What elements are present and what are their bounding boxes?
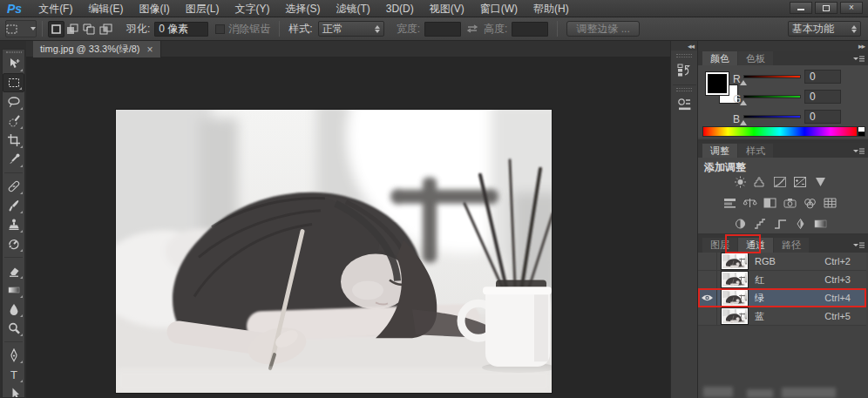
panel-menu-icon[interactable] [852,147,865,155]
tab-styles[interactable]: 样式 [738,144,773,159]
visibility-toggle[interactable] [698,253,717,271]
selective-color-icon[interactable] [791,217,809,230]
width-input[interactable] [424,22,461,37]
intersect-selection-mode-button[interactable] [98,21,114,37]
minimize-button[interactable] [790,2,812,14]
brightness-contrast-icon[interactable] [731,175,749,188]
menu-view[interactable]: 视图(V) [422,0,472,17]
black-and-white-icon[interactable] [761,196,778,209]
color-spectrum-ramp[interactable] [702,126,858,137]
eraser-tool[interactable] [3,261,24,280]
document-tab[interactable]: timg.jpg @ 33.3%(绿/8) × [33,41,161,57]
panel-grip[interactable] [676,88,692,91]
quick-selection-tool[interactable] [3,111,24,131]
invert-icon[interactable] [731,217,749,230]
levels-icon[interactable] [751,175,769,188]
visibility-toggle[interactable] [698,289,717,307]
posterize-icon[interactable] [751,217,769,230]
threshold-icon[interactable] [771,217,789,230]
channel-row-rgb[interactable]: RGB Ctrl+2 [698,253,866,271]
menu-3d[interactable]: 3D(D) [378,0,422,17]
tab-close-icon[interactable]: × [147,44,153,56]
curves-icon[interactable] [771,175,789,188]
visibility-toggle[interactable] [698,307,717,326]
new-selection-mode-button[interactable] [48,21,64,37]
tab-swatches[interactable]: 色板 [738,51,773,66]
hue-saturation-icon[interactable] [721,196,738,209]
exposure-icon[interactable] [791,175,809,188]
height-input[interactable] [512,22,548,37]
horizontal-type-tool[interactable]: T [3,365,24,384]
tab-adjustments[interactable]: 调整 [702,144,737,159]
channel-row-red[interactable]: 红 Ctrl+3 [698,271,866,289]
panel-menu-icon[interactable] [852,55,865,63]
menu-help[interactable]: 帮助(H) [526,0,577,17]
tool-preset-picker[interactable] [5,20,37,37]
tab-channels[interactable]: 通道 [738,238,773,253]
red-slider-track[interactable] [743,75,801,78]
photo-filter-icon[interactable] [781,196,798,209]
dodge-tool[interactable] [3,319,24,338]
tab-color[interactable]: 颜色 [702,51,737,66]
feather-input[interactable]: 0 像素 [154,22,208,37]
green-slider-track[interactable] [743,95,801,98]
canvas-pasteboard[interactable] [26,57,670,398]
lasso-tool[interactable] [3,92,24,111]
menu-window[interactable]: 窗口(W) [472,0,526,17]
eyedropper-tool[interactable] [3,150,24,169]
visibility-toggle[interactable] [698,271,717,289]
history-brush-tool[interactable] [3,234,24,253]
brush-tool[interactable] [3,196,24,215]
history-panel-button[interactable] [673,59,695,82]
color-balance-icon[interactable] [741,196,758,209]
red-slider-handle[interactable] [740,80,747,85]
menu-image[interactable]: 图像(I) [131,0,177,17]
expand-dock-button[interactable]: ◂◂ [671,41,697,51]
panel-menu-icon[interactable] [852,241,865,249]
tab-layers[interactable]: 图层 [702,238,737,253]
gradient-tool[interactable] [3,280,24,300]
rectangular-marquee-tool[interactable] [3,73,24,92]
antialias-checkbox[interactable] [215,24,225,34]
red-value-input[interactable]: 0 [804,70,841,84]
workspace-switcher[interactable]: 基本功能 [788,21,861,37]
vibrance-icon[interactable] [811,175,829,188]
menu-layer[interactable]: 图层(L) [178,0,227,17]
document-image[interactable] [116,110,552,393]
add-selection-mode-button[interactable] [64,21,81,37]
channel-mixer-icon[interactable] [801,196,818,209]
menu-edit[interactable]: 编辑(E) [80,0,131,17]
refine-edge-button[interactable]: 调整边缘 ... [566,21,639,37]
swap-dimensions-icon[interactable] [466,24,478,34]
green-slider-handle[interactable] [740,100,747,105]
clone-stamp-tool[interactable] [3,215,24,234]
color-lookup-icon[interactable] [821,196,838,209]
pen-tool[interactable] [3,346,24,365]
panel-grip[interactable] [676,54,692,57]
green-value-input[interactable]: 0 [804,90,841,104]
collapse-dock-button[interactable]: ▸▸ [698,41,868,51]
subtract-selection-mode-button[interactable] [81,21,98,37]
spot-healing-brush-tool[interactable] [3,177,24,196]
crop-tool[interactable] [3,131,24,150]
maximize-button[interactable] [815,2,837,14]
path-selection-tool[interactable] [3,384,24,398]
menu-type[interactable]: 文字(Y) [227,0,277,17]
tab-paths[interactable]: 路径 [774,238,809,253]
close-button[interactable]: × [840,2,863,14]
menu-select[interactable]: 选择(S) [277,0,328,17]
menu-filter[interactable]: 滤镜(T) [328,0,377,17]
channel-row-green[interactable]: 绿 Ctrl+4 [698,289,866,307]
foreground-color-swatch[interactable] [706,72,729,95]
black-quick-swatch[interactable] [858,132,865,137]
properties-panel-button[interactable] [673,93,695,116]
blue-slider-track[interactable] [743,115,801,118]
move-tool[interactable] [3,54,24,73]
style-select[interactable]: 正常 [318,21,384,37]
blur-tool[interactable] [3,300,24,319]
panel-grip[interactable] [6,51,22,53]
blue-value-input[interactable]: 0 [804,110,841,124]
channel-row-blue[interactable]: 蓝 Ctrl+5 [698,307,866,326]
gradient-map-icon[interactable] [811,217,829,230]
menu-file[interactable]: 文件(F) [31,0,80,17]
